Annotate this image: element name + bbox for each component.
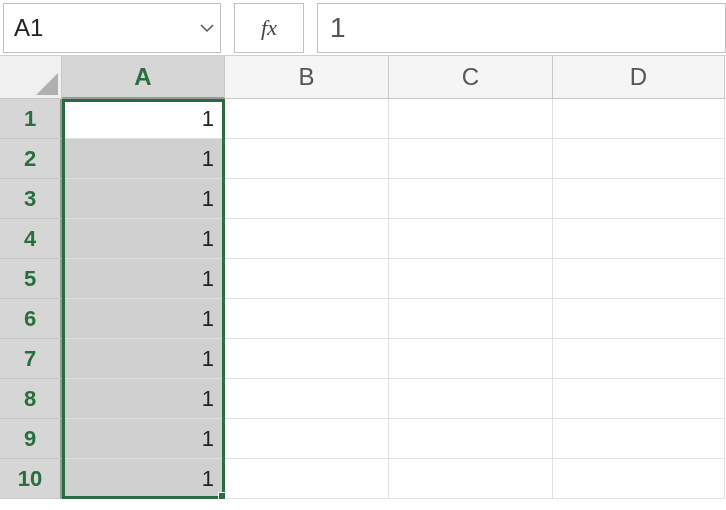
cell-d8[interactable] (553, 379, 725, 419)
cell-c5[interactable] (389, 259, 553, 299)
table-row: 4 1 (0, 219, 726, 259)
cell-a10[interactable]: 1 (62, 459, 225, 499)
row-header-10[interactable]: 10 (0, 459, 62, 499)
table-row: 5 1 (0, 259, 726, 299)
table-row: 7 1 (0, 339, 726, 379)
cell-a8[interactable]: 1 (62, 379, 225, 419)
cell-c7[interactable] (389, 339, 553, 379)
select-all-corner[interactable] (0, 56, 62, 99)
cell-d7[interactable] (553, 339, 725, 379)
table-row: 3 1 (0, 179, 726, 219)
cell-d4[interactable] (553, 219, 725, 259)
column-header-b[interactable]: B (225, 56, 389, 99)
row-header-1[interactable]: 1 (0, 99, 62, 139)
select-all-triangle-icon (36, 73, 58, 95)
cell-c2[interactable] (389, 139, 553, 179)
cell-d2[interactable] (553, 139, 725, 179)
cell-a9[interactable]: 1 (62, 419, 225, 459)
table-row: 6 1 (0, 299, 726, 339)
cell-b3[interactable] (225, 179, 389, 219)
cell-b1[interactable] (225, 99, 389, 139)
cell-a7[interactable]: 1 (62, 339, 225, 379)
row-header-8[interactable]: 8 (0, 379, 62, 419)
table-row: 9 1 (0, 419, 726, 459)
chevron-down-icon[interactable] (200, 20, 214, 36)
name-box[interactable]: A1 (3, 3, 221, 53)
column-header-d[interactable]: D (553, 56, 725, 99)
cell-b7[interactable] (225, 339, 389, 379)
row-header-3[interactable]: 3 (0, 179, 62, 219)
cell-a6[interactable]: 1 (62, 299, 225, 339)
table-row: 8 1 (0, 379, 726, 419)
row-header-6[interactable]: 6 (0, 299, 62, 339)
cell-a2[interactable]: 1 (62, 139, 225, 179)
cell-d1[interactable] (553, 99, 725, 139)
spreadsheet-grid: A B C D 1 1 2 1 3 1 4 1 (0, 56, 726, 499)
formula-bar-value: 1 (330, 12, 346, 44)
cell-c10[interactable] (389, 459, 553, 499)
column-header-c[interactable]: C (389, 56, 553, 99)
row-header-9[interactable]: 9 (0, 419, 62, 459)
name-box-value: A1 (14, 14, 43, 42)
row-header-4[interactable]: 4 (0, 219, 62, 259)
cell-b8[interactable] (225, 379, 389, 419)
column-header-row: A B C D (0, 56, 726, 99)
row-header-2[interactable]: 2 (0, 139, 62, 179)
cell-c9[interactable] (389, 419, 553, 459)
formula-toolbar: A1 fx 1 (0, 0, 726, 56)
cell-d3[interactable] (553, 179, 725, 219)
cell-c3[interactable] (389, 179, 553, 219)
cell-a4[interactable]: 1 (62, 219, 225, 259)
cell-b6[interactable] (225, 299, 389, 339)
table-row: 10 1 (0, 459, 726, 499)
cell-b9[interactable] (225, 419, 389, 459)
cell-d10[interactable] (553, 459, 725, 499)
cell-d5[interactable] (553, 259, 725, 299)
formula-bar[interactable]: 1 (317, 3, 726, 53)
cell-c4[interactable] (389, 219, 553, 259)
cell-b5[interactable] (225, 259, 389, 299)
column-header-a[interactable]: A (62, 56, 225, 99)
row-header-5[interactable]: 5 (0, 259, 62, 299)
cell-b4[interactable] (225, 219, 389, 259)
fx-button[interactable]: fx (234, 3, 304, 53)
cell-a3[interactable]: 1 (62, 179, 225, 219)
cell-a1[interactable]: 1 (62, 99, 225, 139)
cell-b2[interactable] (225, 139, 389, 179)
fx-label: fx (261, 15, 277, 41)
cell-c6[interactable] (389, 299, 553, 339)
cell-c8[interactable] (389, 379, 553, 419)
cell-a5[interactable]: 1 (62, 259, 225, 299)
cell-d9[interactable] (553, 419, 725, 459)
cell-b10[interactable] (225, 459, 389, 499)
table-row: 1 1 (0, 99, 726, 139)
row-header-7[interactable]: 7 (0, 339, 62, 379)
cell-c1[interactable] (389, 99, 553, 139)
table-row: 2 1 (0, 139, 726, 179)
cell-d6[interactable] (553, 299, 725, 339)
